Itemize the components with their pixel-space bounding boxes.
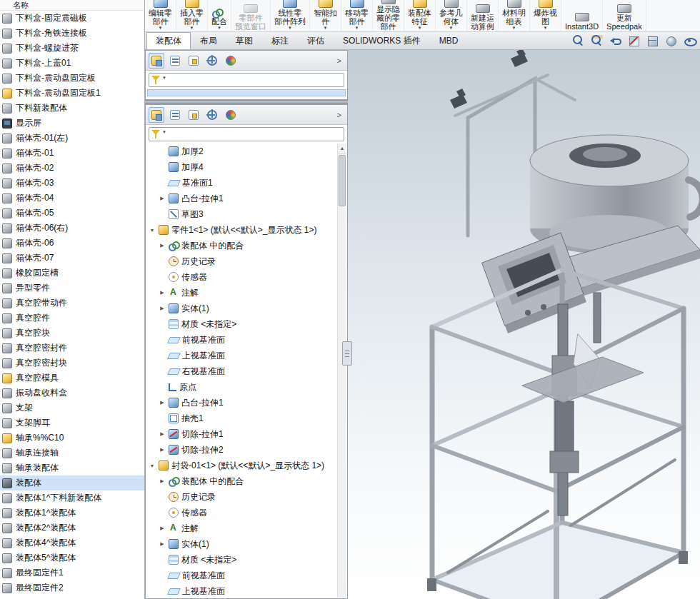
parts-list-item[interactable]: 真空腔密封块 [0, 356, 144, 371]
tree-item[interactable]: ▼封袋-01<1> (默认<<默认>_显示状态 1>) [146, 458, 338, 473]
tree-item[interactable]: ▶装配体 中的配合 [146, 473, 338, 489]
tree-item[interactable]: 原点 [146, 379, 338, 395]
ribbon-button-bill-of-materials[interactable]: 材料明细表▼ [499, 0, 530, 31]
display-style-button[interactable] [664, 34, 679, 48]
ribbon-button-reference-geometry[interactable]: 参考几何体▼ [436, 0, 467, 31]
parts-list-item[interactable]: 真空腔密封件 [0, 341, 144, 356]
parts-list-item[interactable]: 支架脚耳 [0, 416, 144, 431]
dropdown-arrow-icon[interactable]: ▼ [544, 26, 548, 31]
tree-item[interactable]: ▶凸台-拉伸1 [146, 395, 338, 411]
parts-list-item[interactable]: 真空腔块 [0, 326, 144, 341]
section-view-button[interactable] [626, 34, 642, 48]
assembly-manager-tab[interactable] [149, 53, 164, 69]
tree-item[interactable]: 加厚2 [146, 144, 338, 159]
parts-list-item[interactable]: 箱体壳-01 [0, 146, 144, 161]
dropdown-arrow-icon[interactable]: ▼ [449, 26, 454, 31]
ribbon-button-move-component[interactable]: 移动零部件▼ [341, 0, 373, 31]
tab-assembly[interactable]: 装配体 [146, 32, 191, 49]
tree-item[interactable]: 基准面1 [146, 175, 338, 191]
dropdown-arrow-icon[interactable]: ▼ [418, 26, 422, 31]
parts-list-item[interactable]: 下料盒-固定震磁板 [0, 11, 144, 26]
parts-list-item[interactable]: 装配体4^装配体 [0, 535, 144, 550]
parts-list-item[interactable]: 真空腔带动件 [0, 296, 144, 311]
configuration-manager-tab[interactable] [204, 53, 220, 69]
tree-item[interactable]: 抽壳1 [146, 411, 338, 426]
parts-list-item[interactable]: 轴承连接轴 [0, 446, 144, 460]
ribbon-button-update-speedpak[interactable]: 更新Speedpak [603, 0, 646, 31]
expand-arrow-icon[interactable]: ▶ [159, 431, 166, 437]
tab-annotation[interactable]: 标注 [262, 32, 298, 49]
parts-list-item[interactable]: 装配体1^下料新装配体 [0, 490, 144, 505]
parts-list-item[interactable]: 橡胶固定槽 [0, 266, 144, 281]
dropdown-arrow-icon[interactable]: ▼ [217, 26, 221, 31]
expand-arrow-icon[interactable]: ▶ [159, 478, 166, 484]
zoom-to-fit-button[interactable] [571, 34, 586, 48]
parts-list-item[interactable]: 下料盒-螺旋进茶 [0, 41, 144, 56]
parts-list-item[interactable]: 振动盘收料盒 [0, 386, 144, 401]
tree-item[interactable]: ▶实体(1) [146, 536, 338, 552]
parts-list-item[interactable]: 下料盒-上盖01 [0, 56, 144, 71]
property-manager-tab[interactable] [186, 107, 201, 123]
scrollbar-thumb[interactable] [339, 155, 346, 206]
parts-list-item[interactable]: 箱体壳-02 [0, 161, 144, 176]
clipped-selected-row[interactable] [147, 89, 346, 96]
display-manager-tab[interactable] [223, 107, 239, 123]
parts-list-item[interactable]: 下料盒-震动盘固定板1 [0, 86, 144, 101]
tree-item[interactable]: 右视基准面 [146, 363, 338, 379]
dropdown-arrow-icon[interactable]: ▼ [190, 26, 194, 31]
tree-item[interactable]: 前视基准面 [146, 568, 338, 583]
panel-expand-chevron[interactable]: > [334, 111, 344, 119]
tree-item[interactable]: 前视基准面 [146, 332, 338, 348]
parts-list-item[interactable]: 装配体2^装配体 [0, 520, 144, 535]
tab-evaluate[interactable]: 评估 [298, 32, 334, 49]
dropdown-arrow-icon[interactable]: ▼ [288, 26, 292, 31]
tree-item[interactable]: ▶装配体 中的配合 [146, 238, 338, 253]
parts-list-item[interactable]: 真空腔件 [0, 311, 144, 326]
tab-sketch[interactable]: 草图 [226, 32, 262, 49]
expand-arrow-icon[interactable]: ▼ [149, 463, 156, 468]
hide-show-items-button[interactable] [682, 34, 698, 48]
tree-item[interactable]: 加厚4 [146, 159, 338, 175]
previous-view-button[interactable] [608, 34, 624, 48]
filter-input[interactable] [169, 74, 341, 86]
tree-item[interactable]: 材质 <未指定> [146, 552, 338, 568]
filter-dropdown-arrow-icon[interactable] [162, 129, 168, 139]
display-manager-tab[interactable] [223, 53, 239, 69]
parts-list-item[interactable]: 装配体1^装配体 [0, 505, 144, 520]
parts-list-item[interactable]: 最终固定件1 [0, 565, 144, 580]
expand-arrow-icon[interactable]: ▶ [159, 525, 166, 531]
tree-item[interactable]: ▶切除-拉伸1 [146, 426, 338, 442]
parts-list-item[interactable]: 下料盒-震动盘固定板 [0, 71, 144, 86]
parts-list-item[interactable]: 箱体壳-01(左) [0, 131, 144, 146]
ribbon-button-mates[interactable]: 配合▼ [208, 0, 231, 31]
expand-arrow-icon[interactable]: ▶ [159, 306, 166, 311]
ribbon-button-new-motion-study[interactable]: 新建运动算例 [467, 0, 499, 31]
scroll-up-arrow-icon[interactable]: ▲ [338, 144, 346, 153]
property-manager-tab[interactable] [186, 53, 201, 69]
expand-arrow-icon[interactable]: ▶ [159, 541, 166, 547]
expand-arrow-icon[interactable]: ▶ [159, 447, 166, 453]
parts-list-item[interactable]: 支架 [0, 401, 144, 416]
dropdown-arrow-icon[interactable]: ▼ [159, 26, 163, 31]
parts-list-item[interactable]: 下料新装配体 [0, 101, 144, 116]
tree-item[interactable]: ▼零件1<1> (默认<<默认>_显示状态 1>) [146, 222, 338, 238]
parts-list-item[interactable]: 下料盒-角铁连接板 [0, 26, 144, 41]
ribbon-button-linear-component-pattern[interactable]: 线性零部件阵列▼ [271, 0, 310, 31]
parts-list-item[interactable]: 箱体壳-07 [0, 251, 144, 266]
ribbon-button-edit-component[interactable]: 编辑零部件▼ [145, 0, 176, 31]
parts-list-item[interactable]: 显示屏 [0, 116, 144, 131]
expand-arrow-icon[interactable]: ▼ [149, 228, 156, 233]
dropdown-arrow-icon[interactable]: ▼ [355, 26, 359, 31]
tab-addins[interactable]: SOLIDWORKS 插件 [334, 32, 430, 49]
parts-list-item[interactable]: 箱体壳-05 [0, 206, 144, 221]
tree-item[interactable]: 上视基准面 [146, 583, 338, 598]
panel-splitter[interactable] [145, 100, 348, 104]
expand-arrow-icon[interactable]: ▶ [159, 243, 166, 248]
expand-arrow-icon[interactable]: ▶ [159, 290, 166, 296]
parts-list-item[interactable]: 箱体壳-06(右) [0, 221, 144, 236]
tab-layout[interactable]: 布局 [191, 32, 226, 49]
viewport-splitter-grip[interactable] [342, 341, 352, 366]
ribbon-button-assembly-features[interactable]: 装配体特征▼ [404, 0, 436, 31]
filter-input[interactable] [169, 129, 341, 140]
ribbon-button-instant3d[interactable]: Instant3D [561, 0, 603, 31]
